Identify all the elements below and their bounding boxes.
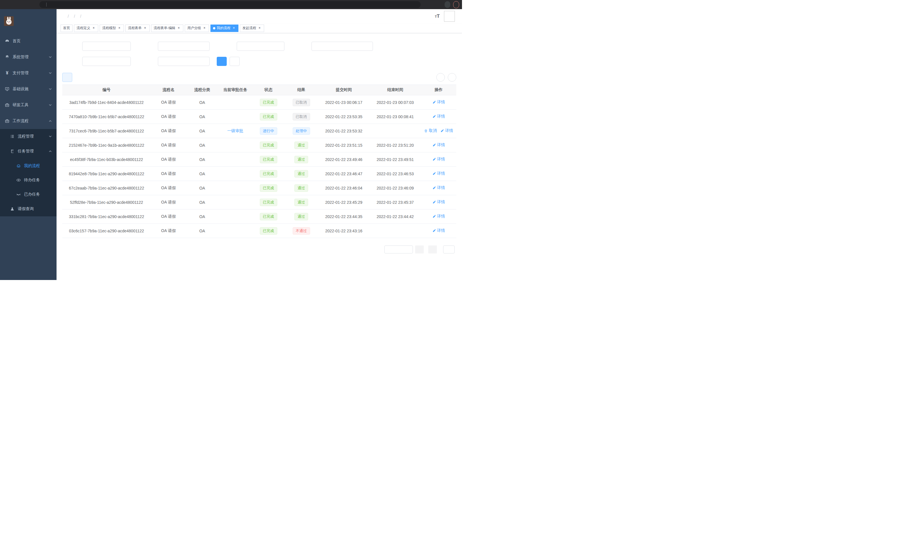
reset-button[interactable] (230, 57, 240, 66)
sidebar-logo[interactable] (0, 9, 57, 33)
create-process-button[interactable] (62, 73, 72, 82)
cell-status: 已完成 (252, 210, 284, 224)
date-range-picker[interactable] (312, 42, 373, 51)
close-icon[interactable]: × (117, 26, 122, 30)
close-icon[interactable]: × (92, 26, 96, 30)
sidebar-item-workflow[interactable]: 工作流程 (0, 113, 57, 129)
result-select[interactable] (158, 57, 210, 66)
star-icon[interactable] (434, 1, 442, 8)
cell-actions: 详情 (421, 138, 456, 153)
cell-end-time (369, 124, 421, 138)
process-name-input[interactable] (82, 42, 131, 51)
sidebar-item-leave-query[interactable]: 请假查询 (0, 202, 57, 216)
refresh-table-icon[interactable] (448, 73, 456, 82)
cell-current-task (218, 95, 252, 109)
sidebar-item-process-management[interactable]: 流程管理 (0, 129, 57, 144)
process-id-input[interactable] (158, 42, 210, 51)
reload-icon[interactable] (20, 1, 27, 8)
filter-category (217, 42, 284, 51)
table-row: 7317cec6-7b9b-11ec-b5b7-acde48001122 OA … (62, 124, 456, 138)
avatar[interactable] (444, 11, 455, 22)
key-icon[interactable] (424, 1, 432, 8)
update-button[interactable] (453, 1, 459, 8)
cell-process-name: OA 请假 (151, 224, 186, 238)
detail-action[interactable]: 详情 (432, 100, 445, 105)
tab-start-process[interactable]: 发起流程 × (240, 24, 264, 32)
status-badge: 已完成 (260, 184, 277, 192)
detail-action[interactable]: 详情 (432, 214, 445, 219)
sidebar-item-infrastructure[interactable]: 基础设施 (0, 81, 57, 97)
cell-submit-time: 2022-01-22 23:45:29 (318, 195, 369, 210)
cell-actions: 详情 (421, 181, 456, 195)
tab-user-group[interactable]: 用户分组 × (185, 24, 209, 32)
address-bar[interactable] (39, 1, 421, 8)
edit-icon (432, 115, 436, 118)
sidebar-item-dev-tools[interactable]: 研发工具 (0, 97, 57, 113)
action-label: 详情 (437, 228, 445, 233)
main-area: / / / TT 首页 流程定义 × (57, 9, 462, 280)
sidebar-item-my-process[interactable]: 我的流程 (0, 159, 57, 173)
back-icon[interactable] (3, 1, 10, 8)
cancel-action[interactable]: 取消 (424, 128, 437, 133)
close-icon[interactable]: × (258, 26, 261, 30)
cell-id: ec45f38f-7b9a-11ec-b03b-acde48001122 (62, 153, 151, 167)
detail-action[interactable]: 详情 (432, 185, 445, 190)
detail-action[interactable]: 详情 (432, 142, 445, 148)
jump-page-input[interactable] (443, 246, 454, 253)
table-row: 52ffd28e-7b9a-11ec-a290-acde48001122 OA … (62, 195, 456, 210)
page-size-select[interactable] (384, 246, 413, 253)
cell-status: 已完成 (252, 109, 284, 124)
cell-result: 不通过 (284, 224, 318, 238)
action-label: 取消 (429, 128, 437, 133)
sidebar-item-task-management[interactable]: 任务管理 (0, 144, 57, 159)
tab-process-model[interactable]: 流程模型 × (100, 24, 124, 32)
toggle-search-icon[interactable] (436, 73, 445, 82)
category-select[interactable] (237, 42, 284, 51)
cell-process-name: OA 请假 (151, 109, 186, 124)
filter-row-1 (62, 42, 456, 51)
detail-action[interactable]: 详情 (432, 228, 445, 233)
column-header-id: 编号 (62, 85, 151, 95)
navbar-right-tools: TT (418, 11, 458, 22)
status-select[interactable] (82, 57, 131, 66)
detail-action[interactable]: 详情 (432, 114, 445, 119)
cell-result: 已取消 (284, 95, 318, 109)
close-icon[interactable]: × (202, 26, 207, 30)
sidebar-item-home[interactable]: 首页 (0, 33, 57, 49)
close-icon[interactable]: × (232, 26, 236, 30)
close-icon[interactable]: × (143, 26, 147, 30)
home-icon[interactable] (28, 1, 36, 8)
cell-end-time (369, 224, 421, 238)
tab-process-form[interactable]: 流程表单 × (125, 24, 150, 32)
sidebar-item-done-tasks[interactable]: 已办任务 (0, 187, 57, 202)
cell-category: OA (186, 210, 218, 224)
result-badge: 通过 (294, 213, 308, 220)
tab-label: 发起流程 (242, 26, 256, 30)
sidebar-item-payment-management[interactable]: ¥ 支付管理 (0, 65, 57, 81)
cell-end-time: 2022-01-22 23:46:09 (369, 181, 421, 195)
close-icon[interactable]: × (177, 26, 181, 30)
tab-home[interactable]: 首页 (60, 24, 72, 32)
sidebar-item-label: 研发工具 (13, 102, 28, 108)
action-label: 详情 (437, 100, 445, 105)
forward-icon[interactable] (11, 1, 19, 8)
current-task-link[interactable]: 一级审批 (227, 129, 243, 133)
detail-action[interactable]: 详情 (432, 199, 445, 205)
prev-page-button[interactable] (415, 246, 424, 253)
tab-process-form-edit[interactable]: 流程表单-编辑 × (151, 24, 183, 32)
detail-action[interactable]: 详情 (432, 157, 445, 162)
cell-current-task: 一级审批 (218, 124, 252, 138)
search-button[interactable] (217, 57, 227, 66)
next-page-button[interactable] (428, 246, 437, 253)
detail-action[interactable]: 详情 (432, 171, 445, 176)
cell-id: 7317cec6-7b9b-11ec-b5b7-acde48001122 (62, 124, 151, 138)
cell-process-name: OA 请假 (151, 210, 186, 224)
tab-my-process[interactable]: 我的流程 × (210, 24, 238, 32)
logo-avatar (4, 16, 14, 26)
tab-process-definition[interactable]: 流程定义 × (74, 24, 98, 32)
font-size-icon[interactable]: TT (435, 13, 440, 19)
detail-action[interactable]: 详情 (440, 128, 453, 133)
sidebar-item-todo-tasks[interactable]: 待办任务 (0, 173, 57, 187)
table-header-row: 编号流程名流程分类当前审批任务状态结果提交时间结束时间操作 (62, 85, 456, 95)
sidebar-item-system-management[interactable]: 系统管理 (0, 49, 57, 65)
